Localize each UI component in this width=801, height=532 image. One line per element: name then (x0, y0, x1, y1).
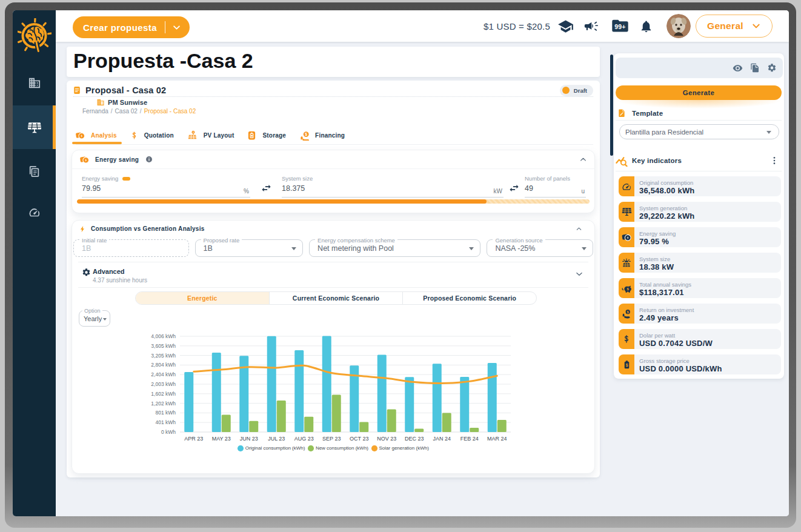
tab-current-economic[interactable]: Current Economic Scenario (270, 292, 404, 304)
exchange-rate: $1 USD = $20.5 (484, 21, 550, 32)
account-menu-button[interactable]: General (696, 15, 773, 38)
chart-bar[interactable] (184, 372, 193, 432)
key-indicators-header: Key indicators (616, 155, 782, 167)
chart-bar[interactable] (377, 355, 387, 432)
color-pill (122, 177, 130, 181)
template-header: Template (616, 107, 782, 119)
svg-text:FEB 24: FEB 24 (460, 436, 479, 442)
panel-scrollbar[interactable] (610, 55, 613, 156)
chart-bar[interactable] (322, 336, 331, 432)
legend-item[interactable]: Solar generation (kWh) (371, 445, 429, 451)
energy-fields-row: Energy saving 79.95 % System size 18.375… (72, 169, 594, 198)
chart-bar[interactable] (433, 364, 442, 432)
chart-bar[interactable] (488, 363, 497, 432)
tab-financing[interactable]: Financing (299, 127, 345, 145)
announcements-button[interactable] (583, 18, 599, 34)
panels-count-field[interactable]: Number of panels 49 u (525, 175, 586, 198)
collapse-button[interactable] (579, 156, 587, 164)
more-options-button[interactable] (769, 156, 779, 165)
indicator-icon-badge (619, 176, 634, 196)
bell-icon (639, 19, 653, 33)
notifications-button[interactable] (639, 19, 653, 33)
chart-bar[interactable] (497, 420, 507, 432)
chart-bar[interactable] (277, 401, 286, 432)
legend-item[interactable]: New consumption (kWh) (308, 445, 368, 451)
sidebar-item-documents[interactable] (13, 150, 56, 193)
inbox-count: 99+ (614, 23, 625, 30)
proposal-panel: Proposal - Casa 02 Draft PM Sunwise Fern… (67, 81, 600, 477)
academy-button[interactable] (557, 18, 574, 35)
app-window: Crear propuesta $1 USD = $20.5 99+ (13, 10, 789, 516)
compensation-scheme-select[interactable]: Energy compensation scheme Net metering … (309, 239, 480, 257)
chart-bar[interactable] (249, 421, 258, 432)
chart-bar[interactable] (460, 377, 469, 432)
tab-analysis[interactable]: Analysis (76, 127, 117, 145)
legend-label: Solar generation (kWh) (379, 445, 429, 451)
chart-bar[interactable] (359, 422, 368, 432)
breadcrumb-separator: / (140, 108, 142, 115)
chart-bar[interactable] (332, 394, 341, 432)
tab-proposed-economic[interactable]: Proposed Economic Scenario (403, 292, 536, 304)
duplicate-button[interactable] (750, 63, 760, 73)
energy-progress-track[interactable] (77, 199, 590, 204)
gear-icon (82, 268, 91, 277)
tab-pv-layout[interactable]: PV Layout (187, 127, 234, 145)
proposed-rate-select[interactable]: Proposed rate 1B (195, 239, 304, 257)
chart-bar[interactable] (387, 410, 396, 432)
sidebar-item-proposals[interactable] (13, 105, 56, 149)
field-label: Energy compensation scheme (315, 237, 397, 244)
field-value: NASA -25% (495, 244, 535, 253)
chart-bar[interactable] (442, 413, 451, 432)
generation-source-select[interactable]: Generation source NASA -25% (487, 239, 593, 257)
chart-bar[interactable] (405, 377, 414, 432)
generate-button[interactable]: Generate (616, 85, 782, 100)
energy-saving-field[interactable]: Energy saving 79.95 % (82, 175, 250, 198)
status-badge: Draft (560, 85, 593, 96)
avatar-photo (666, 14, 691, 38)
preview-button[interactable] (733, 63, 743, 73)
chevron-down-icon (751, 21, 761, 31)
sidebar-item-projects[interactable] (13, 61, 56, 105)
tab-storage[interactable]: Storage (247, 127, 286, 145)
key-indicators-icon (616, 155, 628, 167)
swap-icon[interactable] (504, 182, 525, 198)
info-icon[interactable] (145, 156, 153, 163)
avatar[interactable] (666, 14, 691, 38)
system-size-field[interactable]: System size 18.375 kW (282, 175, 504, 198)
tab-quotation[interactable]: Quotation (130, 127, 174, 145)
swap-icon[interactable] (250, 182, 282, 198)
kebab-icon (769, 156, 779, 165)
option-select[interactable]: Option Yearly (79, 310, 110, 327)
proposal-tabs: Analysis Quotation PV Layout Storage (76, 127, 593, 145)
inbox-badge[interactable]: 99+ (611, 19, 629, 33)
chart-bar[interactable] (294, 350, 304, 432)
dollar-icon (130, 131, 138, 140)
status-dot (562, 87, 570, 94)
solar-panel-icon (622, 207, 632, 217)
create-proposal-button[interactable]: Crear propuesta (73, 16, 190, 38)
battery-dollar-icon (622, 360, 631, 370)
template-select[interactable]: Plantilla para Residencial (619, 124, 779, 139)
caret-down-icon (103, 318, 107, 321)
chart-bar[interactable] (212, 353, 221, 432)
chart-bar[interactable] (414, 428, 424, 432)
expand-button[interactable] (575, 270, 583, 281)
tab-energetic[interactable]: Energetic (136, 292, 270, 304)
chevron-down-icon (172, 23, 181, 32)
chart-bar[interactable] (304, 417, 313, 432)
legend-dot (308, 445, 314, 451)
breadcrumb-item[interactable]: Fernanda (82, 108, 108, 115)
initial-rate-field[interactable]: Initial rate 1B (73, 239, 189, 257)
breadcrumb-item[interactable]: Casa 02 (115, 108, 138, 115)
chart-bar[interactable] (470, 428, 479, 432)
indicator-icon-badge (619, 354, 634, 374)
chart-bar[interactable] (267, 336, 276, 432)
legend-item[interactable]: Original consumption (kWh) (238, 445, 305, 451)
collapse-button[interactable] (576, 225, 587, 233)
sidebar-item-monitoring[interactable] (13, 191, 56, 234)
advanced-section[interactable]: Advanced 4.37 sunshine hours (78, 262, 588, 288)
svg-text:APR 23: APR 23 (184, 436, 203, 442)
settings-button[interactable] (767, 63, 777, 73)
chart-bar[interactable] (222, 415, 231, 432)
divider (616, 171, 782, 171)
